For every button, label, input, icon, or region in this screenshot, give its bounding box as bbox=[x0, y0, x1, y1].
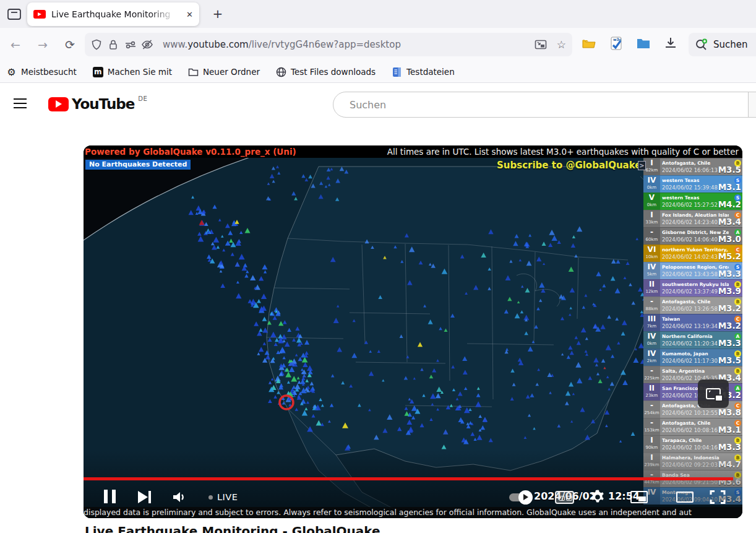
picture-in-picture-button[interactable] bbox=[698, 379, 729, 408]
quake-datetime: 2024/06/02 14:23:40 bbox=[662, 219, 718, 225]
youtube-logo[interactable]: YouTube DE bbox=[48, 96, 144, 112]
youtube-header: YouTube DE bbox=[0, 84, 756, 127]
quake-datetime: 2024/06/02 11:17:30 bbox=[662, 358, 718, 364]
extension-folder-yellow-icon[interactable] bbox=[581, 35, 598, 53]
reload-button[interactable]: ⟳ bbox=[62, 37, 78, 53]
quake-datetime: 2024/06/02 14:02:43 bbox=[662, 254, 718, 260]
document-icon bbox=[392, 67, 402, 77]
quake-magnitude: M3.5 bbox=[718, 355, 741, 365]
browser-tab[interactable]: Live Earthquake Monitoring ✕ bbox=[27, 2, 199, 26]
youtube-country-code: DE bbox=[138, 95, 147, 102]
autoplay-knob-icon bbox=[518, 490, 533, 505]
autoplay-toggle[interactable] bbox=[509, 493, 531, 501]
url-domain: youtube.com bbox=[187, 39, 249, 50]
quake-datetime: 2024/06/02 16:06:13 bbox=[662, 167, 718, 173]
quake-magnitude: M3.0 bbox=[718, 234, 741, 244]
back-button[interactable]: ← bbox=[7, 37, 24, 53]
quake-magnitude: M3.8 bbox=[718, 407, 741, 417]
bookmark-testdateien[interactable]: Testdateien bbox=[392, 67, 455, 77]
bookmark-neuer-ordner[interactable]: Neuer Ordner bbox=[188, 67, 260, 77]
url-bar[interactable]: www.youtube.com/live/rvtygG4n6ew?app=des… bbox=[85, 33, 572, 56]
quake-row: I33kmFox Islands, Aleutian Islands, Al20… bbox=[643, 210, 742, 227]
extension-w3c-validator-icon[interactable]: w3c bbox=[608, 35, 625, 53]
quake-row: I62kmAntofagasta, Chile2024/06/02 16:06:… bbox=[643, 158, 742, 175]
subtitles-button[interactable] bbox=[555, 491, 574, 504]
quake-row: IV0kmwestern Texas2024/06/02 15:39:48SM3… bbox=[643, 175, 742, 193]
quake-row: V0kmwestern Texas2024/06/02 15:27:52SM4.… bbox=[643, 193, 742, 210]
quake-magnitude: M3.1 bbox=[718, 425, 741, 435]
volume-button[interactable] bbox=[172, 490, 188, 505]
pip-icon bbox=[706, 388, 721, 399]
bookmark-star-icon[interactable]: ☆ bbox=[557, 38, 566, 51]
live-label: LIVE bbox=[217, 492, 238, 502]
quake-datetime: 2024/06/02 13:19:34 bbox=[662, 323, 718, 329]
quake-intensity: -254km bbox=[643, 401, 660, 418]
bookmarks-bar: ⚙ Meistbesucht m Machen Sie mit Neuer Or… bbox=[0, 61, 756, 83]
video-title: Live Earthquake Monitoring - GlobalQuake bbox=[85, 524, 380, 533]
progress-bar[interactable] bbox=[84, 477, 733, 480]
bookmark-machen-sie-mit[interactable]: m Machen Sie mit bbox=[93, 67, 172, 77]
quake-row: -88kmAntofagasta, Chile2024/06/02 13:26:… bbox=[643, 297, 742, 314]
miniplayer-button[interactable] bbox=[630, 491, 648, 503]
forward-button[interactable]: → bbox=[35, 37, 51, 53]
subscribe-text: Subscribe to @GlobalQuake! bbox=[497, 160, 645, 171]
quake-row: IV0kmNorthern California2024/06/02 11:20… bbox=[643, 331, 742, 349]
quake-datetime: 2024/06/02 11:20:34 bbox=[662, 340, 718, 347]
bookmark-test-files-downloads[interactable]: Test Files downloads bbox=[276, 67, 376, 77]
quake-magnitude: M3.5 bbox=[718, 165, 741, 175]
bookmark-meistbesucht[interactable]: ⚙ Meistbesucht bbox=[6, 67, 77, 77]
fullscreen-button[interactable] bbox=[710, 490, 726, 505]
theater-mode-button[interactable] bbox=[676, 492, 694, 503]
quake-magnitude: M3.4 bbox=[718, 217, 741, 227]
quake-intensity: V0km bbox=[643, 193, 660, 210]
quake-intensity: III7km bbox=[643, 314, 660, 331]
live-indicator[interactable]: LIVE bbox=[208, 492, 238, 502]
pause-button[interactable] bbox=[104, 490, 116, 503]
quake-intensity: IV5km bbox=[643, 262, 660, 279]
new-tab-button[interactable]: + bbox=[209, 5, 226, 22]
quake-row: IV2kmKumamoto, Japan2024/06/02 11:17:30B… bbox=[643, 349, 742, 366]
quake-intensity: I62km bbox=[643, 158, 660, 175]
quake-intensity: VI10km bbox=[643, 245, 660, 262]
youtube-logo-icon bbox=[48, 97, 69, 111]
settings-button[interactable] bbox=[590, 489, 606, 505]
shield-icon[interactable] bbox=[91, 39, 102, 50]
pip-toggle-icon[interactable] bbox=[535, 40, 547, 50]
url-www: www. bbox=[163, 39, 187, 50]
video-player[interactable]: Powered by GlobalQuake v0.11.0_pre_x (Un… bbox=[84, 145, 742, 518]
quake-intensity: IV0km bbox=[643, 176, 660, 193]
tab-close-icon[interactable]: ✕ bbox=[186, 10, 193, 19]
quake-intensity: -225km bbox=[643, 366, 660, 383]
quake-intensity: II12km bbox=[643, 280, 660, 297]
download-icon[interactable] bbox=[663, 35, 680, 53]
next-button[interactable] bbox=[138, 490, 153, 504]
quake-intensity: IV0km bbox=[643, 332, 660, 349]
search-button-area[interactable] bbox=[749, 92, 756, 117]
permissions-icon[interactable] bbox=[124, 39, 135, 50]
stream-info-text: All times are in UTC. List shows latest … bbox=[387, 147, 739, 157]
url-path: /live/rvtygG4n6ew?app=desktop bbox=[249, 39, 401, 50]
url-text[interactable]: www.youtube.com/live/rvtygG4n6ew?app=des… bbox=[163, 39, 535, 50]
menu-icon[interactable] bbox=[14, 98, 27, 108]
lock-icon[interactable] bbox=[108, 39, 119, 50]
youtube-search-bar[interactable] bbox=[333, 92, 756, 118]
extension-folder-blue-icon[interactable] bbox=[635, 35, 653, 53]
tracking-protection-off-icon[interactable] bbox=[141, 39, 152, 50]
youtube-search-input[interactable] bbox=[350, 99, 696, 111]
firefox-view-icon[interactable] bbox=[6, 6, 22, 22]
quake-intensity: -88km bbox=[643, 297, 660, 314]
quake-magnitude: M3.3 bbox=[718, 269, 741, 279]
youtube-favicon-icon bbox=[33, 10, 46, 19]
browser-window: Live Earthquake Monitoring ✕ + ← → ⟳ www… bbox=[0, 0, 756, 533]
quake-intensity: -153km bbox=[643, 418, 660, 435]
quake-intensity: -60km bbox=[643, 228, 660, 245]
quake-magnitude: M3.2 bbox=[718, 321, 741, 331]
gear-icon: ⚙ bbox=[6, 67, 17, 77]
quake-datetime: 2024/06/02 15:39:48 bbox=[662, 184, 718, 191]
quake-magnitude: M3.3 bbox=[718, 338, 741, 348]
tab-strip: Live Earthquake Monitoring ✕ + bbox=[0, 0, 756, 28]
toolbar-search-field[interactable]: Suchen bbox=[689, 33, 756, 56]
quake-intensity: II23km bbox=[643, 384, 660, 401]
quake-datetime: 2024/06/02 15:27:52 bbox=[662, 202, 718, 208]
stream-header-bar: Powered by GlobalQuake v0.11.0_pre_x (Un… bbox=[84, 145, 742, 158]
